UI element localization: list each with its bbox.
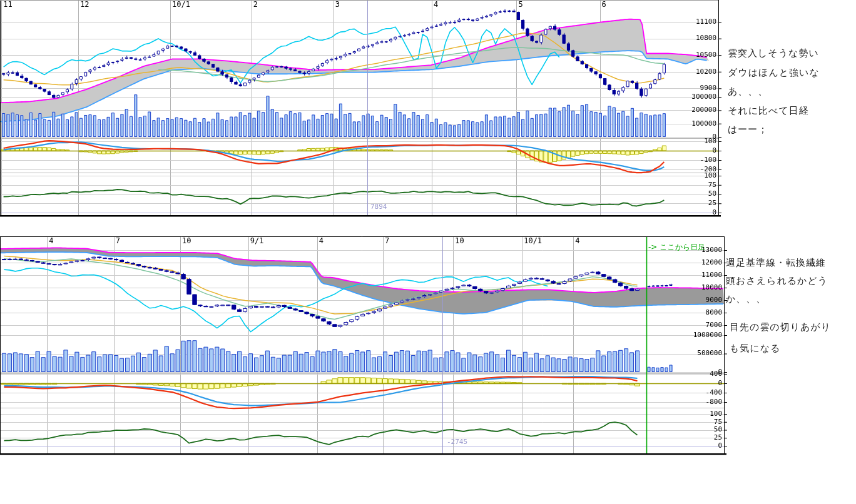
bottom-chart-annotation-block1: 週足基準線・転換繊維 頭おさえられるかどう か、、、	[726, 254, 828, 308]
annotation-line: 頭おさえられるかどう	[726, 272, 828, 290]
top-chart-annotation: 雲突入しそうな勢い ダウはほんと強いな あ、、、 それに比べて日経 はーー；	[728, 44, 820, 139]
bottom-chart-annotation-block2: 目先の雲の切りあがり も気になる	[730, 316, 831, 359]
annotation-line: 週足基準線・転換繊維	[726, 254, 828, 272]
annotation-line: 目先の雲の切りあがり	[730, 316, 831, 338]
annotation-line: 雲突入しそうな勢い	[728, 44, 820, 63]
annotation-line: それに比べて日経	[728, 101, 820, 121]
top-crosshair-value: 7894	[370, 203, 387, 211]
annotation-line: ダウはほんと強いな	[728, 63, 820, 83]
annotation-line: はーー；	[728, 120, 820, 139]
daily-data-start-marker: -> ここから日足	[648, 242, 705, 253]
annotation-line: あ、、、	[728, 82, 820, 101]
charting-app-screen: 雲突入しそうな勢い ダウはほんと強いな あ、、、 それに比べて日経 はーー； 週…	[0, 0, 856, 504]
bottom-crosshair-value: -2745	[447, 438, 467, 446]
annotation-line: も気になる	[730, 338, 831, 359]
annotation-line: か、、、	[726, 290, 828, 308]
